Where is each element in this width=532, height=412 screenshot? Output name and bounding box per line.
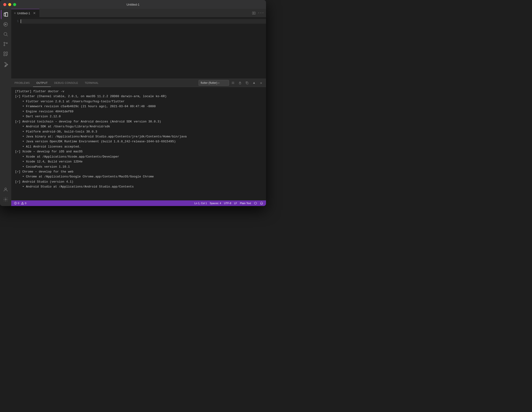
output-line: • CocoaPods version 1.10.1 [15, 164, 262, 169]
sidebar-item-run[interactable] [1, 20, 10, 29]
editor-content[interactable]: 1 [11, 17, 266, 79]
minimize-button[interactable] [8, 3, 11, 6]
split-editor-icon [252, 11, 256, 15]
status-remote[interactable] [253, 200, 258, 206]
app-body: ≡ Untitled-1 ✕ ··· 1 [0, 9, 266, 206]
output-line: • Platform android-30, build-tools 30.0.… [15, 129, 262, 134]
list-icon [231, 81, 235, 84]
sidebar-item-explorer[interactable] [1, 10, 10, 19]
panel-tab-debug-label: DEBUG CONSOLE [54, 82, 78, 84]
sidebar-item-account[interactable] [1, 185, 10, 194]
panel-tab-terminal-label: TERMINAL [85, 82, 99, 84]
error-count: 0 [18, 202, 19, 205]
extensions-icon [3, 51, 8, 56]
output-line: [✓] Android Studio (version 4.1) [15, 179, 262, 184]
sidebar-item-settings[interactable] [1, 195, 10, 204]
account-icon [3, 187, 8, 192]
panel-tab-problems[interactable]: PROBLEMS [11, 79, 33, 87]
status-right: Ln 1, Col 1 Spaces: 4 UTF-8 LF Plain Tex… [193, 200, 264, 206]
tab-close-button[interactable]: ✕ [33, 11, 36, 15]
status-left: 0 0 [13, 200, 27, 206]
svg-point-19 [5, 199, 6, 200]
panel-tab-terminal[interactable]: TERMINAL [82, 79, 102, 87]
status-bar: 0 0 Ln 1, Col 1 Spaces: 4 UTF-8 [11, 200, 266, 206]
output-line: • All Android licenses accepted. [15, 144, 262, 149]
output-line: [✓] Android toolchain – develop for Andr… [15, 119, 262, 124]
output-line: • Chrome at /Applications/Google Chrome.… [15, 174, 262, 179]
copy-output-button[interactable] [244, 80, 250, 86]
svg-point-32 [22, 204, 22, 204]
cursor-position: Ln 1, Col 1 [194, 202, 207, 205]
lock-output-button[interactable] [237, 80, 243, 86]
output-line: • Xcode 12.4, Build version 12D4e [15, 159, 262, 164]
svg-point-18 [5, 188, 6, 190]
line-number-1: 1 [11, 19, 19, 24]
panel-output-content[interactable]: [flutter] flutter doctor -v[✓] Flutter (… [11, 87, 266, 200]
maximize-button[interactable] [13, 3, 16, 6]
split-editor-button[interactable] [251, 10, 257, 16]
output-line: [✓] Flutter (Channel stable, 2.0.1, on m… [15, 94, 262, 99]
svg-point-11 [6, 43, 8, 44]
sidebar-item-flutter[interactable] [1, 60, 10, 69]
window-controls [3, 3, 16, 6]
svg-rect-20 [252, 12, 254, 14]
tab-file-icon: ≡ [14, 11, 16, 15]
svg-point-9 [4, 42, 5, 43]
line-numbers: 1 [11, 17, 21, 79]
scroll-up-button[interactable]: ▲ [251, 80, 257, 86]
svg-rect-21 [254, 12, 255, 14]
tab-label: Untitled-1 [17, 11, 30, 15]
text-cursor [21, 19, 21, 23]
clear-output-button[interactable] [230, 80, 236, 86]
panel-tab-output[interactable]: OUTPUT [33, 79, 51, 87]
close-panel-button[interactable]: ✕ [258, 80, 264, 86]
status-eol[interactable]: LF [233, 200, 238, 206]
status-encoding[interactable]: UTF-8 [223, 200, 232, 206]
explorer-icon-svg [3, 12, 9, 17]
tab-untitled1[interactable]: ≡ Untitled-1 ✕ [11, 9, 39, 17]
status-spaces[interactable]: Spaces: 4 [209, 200, 222, 206]
encoding-label: UTF-8 [224, 202, 231, 205]
svg-point-29 [15, 204, 16, 204]
output-line: • Java version OpenJDK Runtime Environme… [15, 139, 262, 144]
svg-rect-25 [239, 83, 241, 84]
output-line: • Framework revision c5a4b4029c (21 hour… [15, 104, 262, 109]
output-line: • Java binary at: /Applications/Android … [15, 134, 262, 139]
svg-rect-2 [4, 13, 6, 16]
activity-bar [0, 9, 11, 206]
svg-marker-15 [4, 63, 8, 65]
output-line: [flutter] flutter doctor -v [15, 89, 262, 94]
panel-tab-debug-console[interactable]: DEBUG CONSOLE [51, 79, 81, 87]
status-notifications[interactable] [259, 200, 264, 206]
svg-rect-26 [246, 82, 248, 84]
svg-point-7 [4, 33, 7, 36]
editor-text-area[interactable] [21, 17, 266, 79]
editor-cursor-line [21, 19, 266, 24]
svg-rect-3 [6, 12, 8, 16]
language-label: Plain Text [240, 202, 251, 205]
more-actions-button[interactable]: ··· [257, 10, 264, 16]
sidebar-item-search[interactable] [1, 29, 10, 39]
svg-marker-5 [5, 23, 7, 25]
dropdown-arrow-icon: ▾ [218, 82, 219, 84]
sidebar-item-source-control[interactable] [1, 39, 10, 49]
window-title: Untitled-1 [126, 3, 140, 6]
output-line: • Android SDK at /Users/hsgu/Library/And… [15, 124, 262, 129]
status-position[interactable]: Ln 1, Col 1 [193, 200, 208, 206]
status-errors[interactable]: 0 0 [13, 200, 27, 206]
activity-bar-top [1, 10, 10, 185]
lock-icon [238, 81, 242, 84]
svg-point-10 [4, 45, 5, 46]
output-line: • Flutter version 2.0.1 at /Users/hsgu/h… [15, 99, 262, 104]
close-button[interactable] [3, 3, 6, 6]
output-line: [✓] Chrome – develop for the web [15, 169, 262, 174]
svg-line-8 [7, 35, 8, 36]
output-source-dropdown[interactable]: flutter (flutter) ▾ [199, 80, 229, 86]
indentation-label: Spaces: 4 [210, 202, 221, 205]
source-control-icon [3, 41, 8, 47]
remote-icon [254, 202, 257, 205]
sidebar-item-extensions[interactable] [1, 49, 10, 58]
panel: PROBLEMS OUTPUT DEBUG CONSOLE TERMINAL f… [11, 79, 266, 200]
status-language[interactable]: Plain Text [239, 200, 252, 206]
svg-rect-13 [6, 52, 8, 53]
